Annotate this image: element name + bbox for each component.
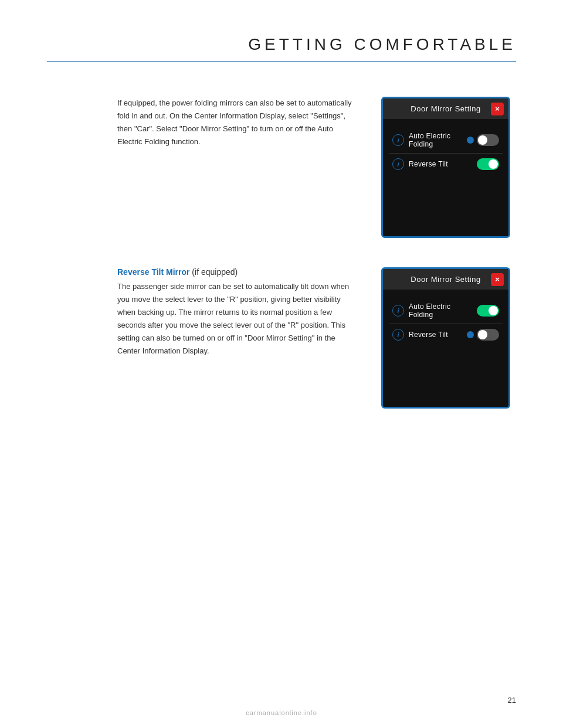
screen2: Door Mirror Setting × i Auto Electric Fo… — [381, 267, 510, 409]
screen2-row2-toggle-container — [467, 329, 499, 341]
screen1-row1-toggle[interactable] — [477, 134, 499, 146]
section2: Reverse Tilt Mirror (if equipped) The pa… — [0, 238, 563, 409]
screen1-row2-knob — [489, 159, 498, 169]
screen1-row-2: i Reverse Tilt — [389, 154, 503, 175]
screen1-row2-label: Reverse Tilt — [409, 160, 477, 168]
screen2-row-2: i Reverse Tilt — [389, 324, 503, 345]
section1-body: If equipped, the power folding mirrors c… — [117, 97, 358, 148]
screen1-rows: i Auto Electric Folding i Reverse Tilt — [383, 119, 508, 183]
screen2-rows: i Auto Electric Folding i Reverse Tilt — [383, 290, 508, 353]
screen1-row2-toggle-container — [477, 158, 499, 170]
screen2-title: Door Mirror Setting — [411, 275, 480, 284]
screen2-row2-dot — [467, 331, 474, 338]
screen2-body: i Auto Electric Folding i Reverse Tilt — [383, 290, 508, 407]
section1: If equipped, the power folding mirrors c… — [0, 73, 563, 238]
page-number: 21 — [508, 696, 516, 705]
screen1-row-1: i Auto Electric Folding — [389, 127, 503, 154]
section2-heading: Reverse Tilt Mirror (if equipped) — [117, 267, 358, 277]
screen2-row2-toggle[interactable] — [477, 329, 499, 341]
section2-text-col: Reverse Tilt Mirror (if equipped) The pa… — [117, 267, 358, 409]
section1-text-col: If equipped, the power folding mirrors c… — [117, 97, 358, 238]
screen2-row2-label: Reverse Tilt — [409, 331, 467, 339]
page-header: GETTING COMFORTABLE — [0, 0, 563, 54]
info-icon-4[interactable]: i — [392, 329, 404, 341]
section2-heading-bold: Reverse Tilt Mirror — [117, 267, 189, 277]
header-divider — [47, 61, 516, 62]
screen1-title: Door Mirror Setting — [411, 104, 480, 113]
section2-screen-col: Door Mirror Setting × i Auto Electric Fo… — [381, 267, 516, 409]
screen2-header: Door Mirror Setting × — [383, 269, 508, 290]
screen1-row1-toggle-container — [467, 134, 499, 146]
info-icon-3[interactable]: i — [392, 305, 404, 317]
screen2-row1-toggle[interactable] — [477, 305, 499, 317]
screen2-row2-knob — [478, 330, 487, 339]
section1-screen-col: Door Mirror Setting × i Auto Electric Fo… — [381, 97, 516, 238]
info-icon-1[interactable]: i — [392, 134, 404, 146]
screen1-header: Door Mirror Setting × — [383, 98, 508, 119]
screen1-row1-dot — [467, 137, 474, 144]
screen2-row1-toggle-container — [477, 305, 499, 317]
screen1: Door Mirror Setting × i Auto Electric Fo… — [381, 97, 510, 238]
screen2-row1-knob — [489, 306, 498, 315]
section2-heading-normal: (if equipped) — [189, 267, 238, 277]
screen2-row-1: i Auto Electric Folding — [389, 298, 503, 324]
watermark: carmanualonline.info — [0, 709, 563, 716]
screen1-body: i Auto Electric Folding i Reverse Tilt — [383, 119, 508, 236]
screen1-close-button[interactable]: × — [491, 103, 504, 115]
section2-body: The passenger side mirror can be set to … — [117, 280, 358, 358]
screen1-row1-label: Auto Electric Folding — [409, 132, 467, 148]
screen2-close-button[interactable]: × — [491, 273, 504, 286]
page-title: GETTING COMFORTABLE — [47, 35, 516, 54]
screen1-row1-knob — [478, 135, 487, 145]
info-icon-2[interactable]: i — [392, 158, 404, 170]
screen2-row1-label: Auto Electric Folding — [409, 302, 477, 319]
screen1-row2-toggle[interactable] — [477, 158, 499, 170]
